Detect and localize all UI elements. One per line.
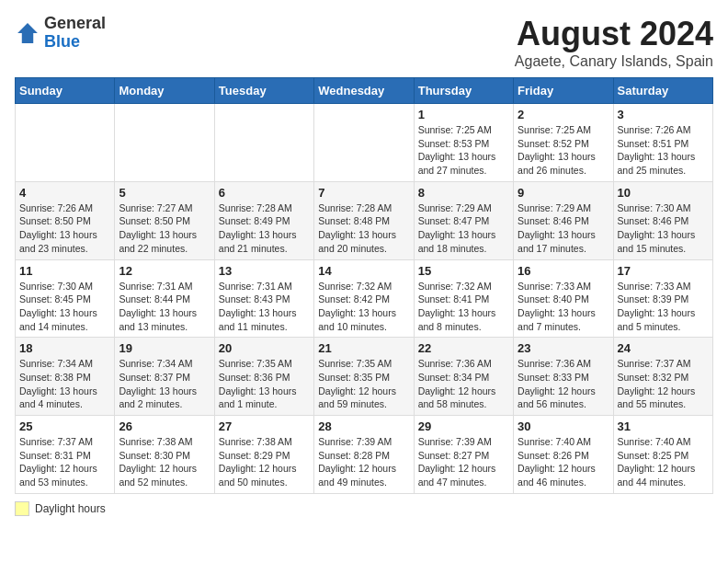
day-info: Sunrise: 7:25 AM Sunset: 8:53 PM Dayligh…: [418, 123, 509, 178]
day-number: 31: [618, 419, 709, 433]
calendar-week-row: 1Sunrise: 7:25 AM Sunset: 8:53 PM Daylig…: [16, 104, 713, 182]
day-info: Sunrise: 7:37 AM Sunset: 8:31 PM Dayligh…: [19, 435, 110, 489]
day-number: 30: [518, 419, 609, 433]
calendar-cell: 28Sunrise: 7:39 AM Sunset: 8:28 PM Dayli…: [314, 416, 414, 494]
day-info: Sunrise: 7:38 AM Sunset: 8:30 PM Dayligh…: [119, 435, 210, 489]
calendar-cell: 20Sunrise: 7:35 AM Sunset: 8:36 PM Dayli…: [214, 338, 313, 416]
day-number: 21: [318, 341, 409, 355]
day-info: Sunrise: 7:35 AM Sunset: 8:35 PM Dayligh…: [318, 357, 409, 411]
page-header: General Blue August 2024 Agaete, Canary …: [15, 15, 713, 70]
calendar-cell: 23Sunrise: 7:36 AM Sunset: 8:33 PM Dayli…: [514, 338, 613, 416]
day-info: Sunrise: 7:33 AM Sunset: 8:39 PM Dayligh…: [618, 280, 709, 334]
logo-text: General Blue: [44, 15, 106, 52]
day-number: 1: [418, 108, 509, 121]
calendar-cell: 21Sunrise: 7:35 AM Sunset: 8:35 PM Dayli…: [314, 338, 414, 416]
day-info: Sunrise: 7:29 AM Sunset: 8:47 PM Dayligh…: [418, 201, 509, 256]
day-number: 25: [19, 419, 110, 433]
calendar-cell: 1Sunrise: 7:25 AM Sunset: 8:53 PM Daylig…: [414, 104, 513, 182]
day-of-week-header: Monday: [115, 78, 214, 104]
day-number: 2: [518, 108, 609, 121]
day-of-week-header: Sunday: [16, 78, 115, 104]
day-number: 24: [618, 341, 709, 355]
calendar-cell: [16, 104, 115, 182]
legend: Daylight hours: [15, 501, 713, 516]
day-info: Sunrise: 7:31 AM Sunset: 8:43 PM Dayligh…: [219, 280, 310, 334]
calendar-week-row: 18Sunrise: 7:34 AM Sunset: 8:38 PM Dayli…: [16, 338, 713, 416]
logo-general-text: General: [44, 14, 106, 32]
day-of-week-header: Thursday: [414, 78, 513, 104]
day-info: Sunrise: 7:34 AM Sunset: 8:37 PM Dayligh…: [119, 357, 210, 411]
day-number: 17: [618, 264, 709, 278]
calendar-cell: 31Sunrise: 7:40 AM Sunset: 8:25 PM Dayli…: [613, 416, 712, 494]
logo-blue-text: Blue: [44, 32, 80, 51]
calendar-cell: 27Sunrise: 7:38 AM Sunset: 8:29 PM Dayli…: [214, 416, 313, 494]
day-number: 11: [19, 264, 110, 278]
day-number: 18: [19, 341, 110, 355]
day-info: Sunrise: 7:31 AM Sunset: 8:44 PM Dayligh…: [119, 280, 210, 334]
calendar-header-row: SundayMondayTuesdayWednesdayThursdayFrid…: [16, 78, 713, 104]
calendar-cell: 8Sunrise: 7:29 AM Sunset: 8:47 PM Daylig…: [414, 181, 513, 259]
day-info: Sunrise: 7:26 AM Sunset: 8:50 PM Dayligh…: [19, 201, 110, 256]
day-number: 29: [418, 419, 509, 433]
calendar-cell: 30Sunrise: 7:40 AM Sunset: 8:26 PM Dayli…: [514, 416, 613, 494]
day-number: 19: [119, 341, 210, 355]
legend-box: [15, 501, 29, 516]
calendar-cell: 12Sunrise: 7:31 AM Sunset: 8:44 PM Dayli…: [115, 259, 214, 338]
calendar-cell: 9Sunrise: 7:29 AM Sunset: 8:46 PM Daylig…: [514, 181, 613, 259]
day-info: Sunrise: 7:37 AM Sunset: 8:32 PM Dayligh…: [618, 357, 709, 411]
day-info: Sunrise: 7:40 AM Sunset: 8:26 PM Dayligh…: [518, 435, 609, 489]
calendar-cell: 5Sunrise: 7:27 AM Sunset: 8:50 PM Daylig…: [115, 181, 214, 259]
day-number: 9: [518, 186, 609, 200]
day-info: Sunrise: 7:35 AM Sunset: 8:36 PM Dayligh…: [219, 357, 310, 411]
svg-marker-0: [17, 23, 38, 43]
day-info: Sunrise: 7:32 AM Sunset: 8:41 PM Dayligh…: [418, 280, 509, 334]
calendar-cell: 7Sunrise: 7:28 AM Sunset: 8:48 PM Daylig…: [314, 181, 414, 259]
generalblue-logo-icon: [15, 20, 40, 46]
calendar-cell: 18Sunrise: 7:34 AM Sunset: 8:38 PM Dayli…: [16, 338, 115, 416]
day-number: 7: [318, 186, 409, 200]
day-info: Sunrise: 7:38 AM Sunset: 8:29 PM Dayligh…: [219, 435, 310, 489]
calendar-week-row: 4Sunrise: 7:26 AM Sunset: 8:50 PM Daylig…: [16, 181, 713, 259]
day-info: Sunrise: 7:32 AM Sunset: 8:42 PM Dayligh…: [318, 280, 409, 334]
subtitle: Agaete, Canary Islands, Spain: [515, 53, 713, 70]
calendar-cell: [115, 104, 214, 182]
legend-label: Daylight hours: [35, 502, 106, 515]
calendar-cell: 2Sunrise: 7:25 AM Sunset: 8:52 PM Daylig…: [514, 104, 613, 182]
day-number: 5: [119, 186, 210, 200]
calendar-cell: 26Sunrise: 7:38 AM Sunset: 8:30 PM Dayli…: [115, 416, 214, 494]
day-info: Sunrise: 7:27 AM Sunset: 8:50 PM Dayligh…: [119, 201, 210, 256]
day-number: 23: [518, 341, 609, 355]
day-number: 8: [418, 186, 509, 200]
calendar-cell: 25Sunrise: 7:37 AM Sunset: 8:31 PM Dayli…: [16, 416, 115, 494]
day-number: 20: [219, 341, 310, 355]
day-number: 6: [219, 186, 310, 200]
day-of-week-header: Saturday: [613, 78, 712, 104]
logo: General Blue: [15, 15, 106, 52]
calendar-cell: 29Sunrise: 7:39 AM Sunset: 8:27 PM Dayli…: [414, 416, 513, 494]
day-of-week-header: Friday: [514, 78, 613, 104]
day-number: 26: [119, 419, 210, 433]
day-info: Sunrise: 7:29 AM Sunset: 8:46 PM Dayligh…: [518, 201, 609, 256]
calendar-cell: 3Sunrise: 7:26 AM Sunset: 8:51 PM Daylig…: [613, 104, 712, 182]
day-number: 28: [318, 419, 409, 433]
title-block: August 2024 Agaete, Canary Islands, Spai…: [515, 15, 713, 70]
calendar-cell: 24Sunrise: 7:37 AM Sunset: 8:32 PM Dayli…: [613, 338, 712, 416]
calendar-week-row: 25Sunrise: 7:37 AM Sunset: 8:31 PM Dayli…: [16, 416, 713, 494]
calendar-cell: 10Sunrise: 7:30 AM Sunset: 8:46 PM Dayli…: [613, 181, 712, 259]
calendar-table: SundayMondayTuesdayWednesdayThursdayFrid…: [15, 77, 713, 494]
calendar-cell: 4Sunrise: 7:26 AM Sunset: 8:50 PM Daylig…: [16, 181, 115, 259]
day-info: Sunrise: 7:25 AM Sunset: 8:52 PM Dayligh…: [518, 123, 609, 178]
day-number: 16: [518, 264, 609, 278]
calendar-cell: 13Sunrise: 7:31 AM Sunset: 8:43 PM Dayli…: [214, 259, 313, 338]
day-info: Sunrise: 7:39 AM Sunset: 8:28 PM Dayligh…: [318, 435, 409, 489]
calendar-cell: 11Sunrise: 7:30 AM Sunset: 8:45 PM Dayli…: [16, 259, 115, 338]
calendar-cell: 16Sunrise: 7:33 AM Sunset: 8:40 PM Dayli…: [514, 259, 613, 338]
main-title: August 2024: [515, 15, 713, 53]
calendar-cell: [314, 104, 414, 182]
day-info: Sunrise: 7:26 AM Sunset: 8:51 PM Dayligh…: [618, 123, 709, 178]
day-info: Sunrise: 7:39 AM Sunset: 8:27 PM Dayligh…: [418, 435, 509, 489]
calendar-cell: 6Sunrise: 7:28 AM Sunset: 8:49 PM Daylig…: [214, 181, 313, 259]
day-number: 4: [19, 186, 110, 200]
day-number: 27: [219, 419, 310, 433]
calendar-cell: 22Sunrise: 7:36 AM Sunset: 8:34 PM Dayli…: [414, 338, 513, 416]
